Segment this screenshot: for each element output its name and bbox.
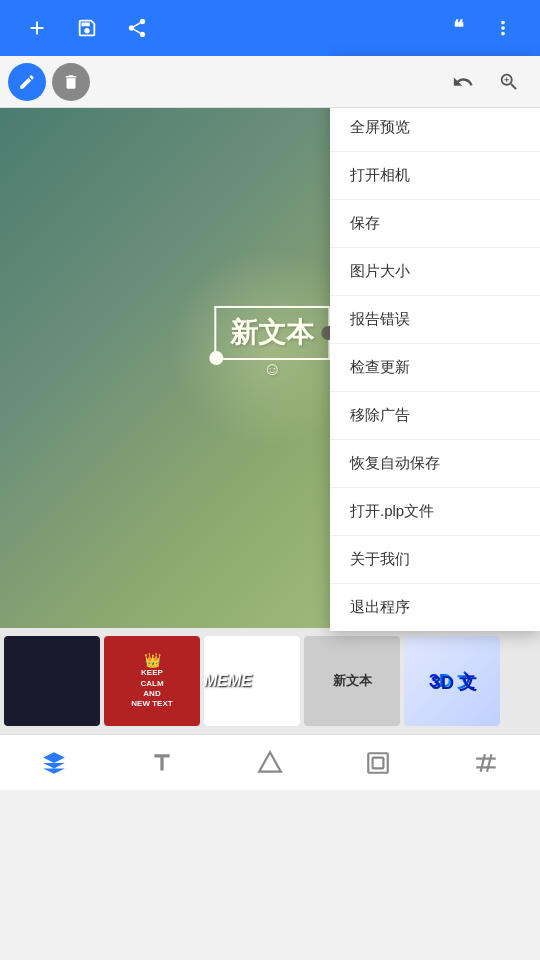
- menu-item-open-camera[interactable]: 打开相机: [330, 152, 540, 200]
- menu-item-about-us[interactable]: 关于我们: [330, 536, 540, 584]
- bottom-nav: [0, 734, 540, 790]
- template-3d[interactable]: 3D 文: [404, 636, 500, 726]
- share-button[interactable]: [112, 9, 162, 47]
- menu-item-open-plp[interactable]: 打开.plp文件: [330, 488, 540, 536]
- canvas-text: 新文本: [230, 317, 314, 348]
- menu-item-restore-autosave[interactable]: 恢复自动保存: [330, 440, 540, 488]
- template-dark[interactable]: [4, 636, 100, 726]
- svg-rect-2: [373, 757, 384, 768]
- menu-item-check-update[interactable]: 检查更新: [330, 344, 540, 392]
- crown-icon: 👑: [144, 652, 161, 668]
- second-toolbar: [0, 56, 540, 108]
- canvas-text-element[interactable]: 新文本 ☺: [214, 306, 330, 360]
- template-keepcalm[interactable]: 👑 KEEPCALMANDNEW TEXT: [104, 636, 200, 726]
- template-strip: 👑 KEEPCALMANDNEW TEXT MEME 新文本 3D 文: [0, 628, 540, 734]
- edit-button[interactable]: [8, 63, 46, 101]
- nav-text-button[interactable]: [138, 739, 186, 787]
- zoom-button[interactable]: [486, 65, 532, 99]
- nav-shapes-button[interactable]: [246, 739, 294, 787]
- add-button[interactable]: [12, 9, 62, 47]
- nav-frames-button[interactable]: [354, 739, 402, 787]
- svg-marker-0: [259, 752, 281, 772]
- newtext-label: 新文本: [333, 672, 372, 690]
- menu-item-exit[interactable]: 退出程序: [330, 584, 540, 631]
- menu-item-image-size[interactable]: 图片大小: [330, 248, 540, 296]
- undo-button[interactable]: [440, 65, 486, 99]
- nav-layers-button[interactable]: [30, 739, 78, 787]
- save-button[interactable]: [62, 9, 112, 47]
- menu-item-fullscreen-preview[interactable]: 全屏预览: [330, 104, 540, 152]
- nav-effects-button[interactable]: [462, 739, 510, 787]
- meme-label: MEME: [204, 672, 252, 690]
- handle-rotate[interactable]: ☺: [263, 359, 281, 380]
- menu-item-remove-ads[interactable]: 移除广告: [330, 392, 540, 440]
- template-newtext[interactable]: 新文本: [304, 636, 400, 726]
- template-meme[interactable]: MEME: [204, 636, 300, 726]
- dropdown-menu: 本地相册 全屏预览 打开相机 保存 图片大小 报告错误 检查更新 移除广告 恢复…: [330, 56, 540, 631]
- menu-item-report-error[interactable]: 报告错误: [330, 296, 540, 344]
- handle-bottom-left[interactable]: [209, 351, 223, 365]
- svg-rect-1: [368, 753, 388, 773]
- 3d-label: 3D 文: [429, 669, 475, 693]
- more-button[interactable]: [478, 9, 528, 47]
- top-toolbar: ❝ 本地相册 全屏预览 打开相机 保存 图片大小 报告错误 检查更新 移除广告 …: [0, 0, 540, 56]
- delete-button[interactable]: [52, 63, 90, 101]
- keepcalm-text: KEEPCALMANDNEW TEXT: [127, 668, 176, 710]
- menu-item-save[interactable]: 保存: [330, 200, 540, 248]
- quote-button[interactable]: ❝: [439, 8, 478, 48]
